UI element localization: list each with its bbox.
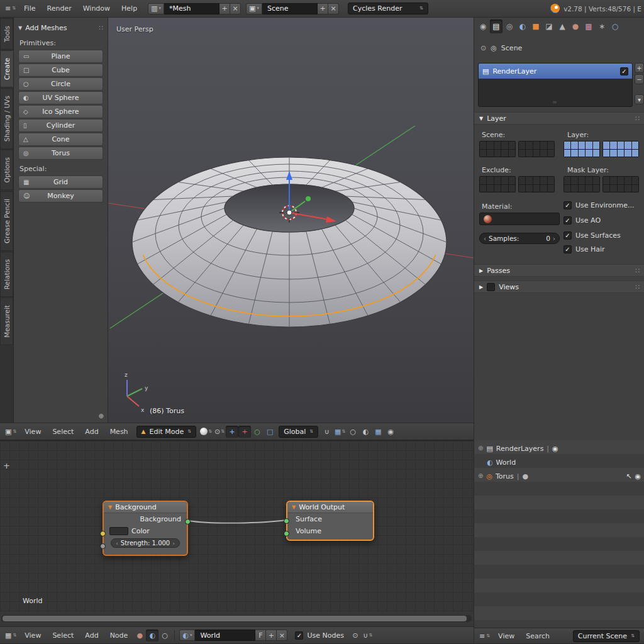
tab-object-data[interactable]: ▲ — [556, 19, 569, 33]
use-ao-checkbox[interactable]: ✓ Use AO — [564, 216, 601, 225]
tab-material[interactable]: ● — [569, 19, 582, 33]
add-grid-button[interactable]: ▦ Grid — [18, 175, 103, 189]
fake-user-button[interactable]: F — [255, 630, 266, 641]
tab-particles[interactable]: ∗ — [596, 19, 608, 33]
outliner-editor-type-button[interactable]: ≡ ⇅ — [477, 630, 492, 642]
node-collapse-icon[interactable]: ▼ — [108, 504, 112, 510]
panel-menu-icon[interactable]: ∷ — [99, 24, 103, 32]
add-torus-button[interactable]: ◎ Torus — [18, 147, 103, 160]
volume-input-socket[interactable] — [284, 531, 289, 536]
menu-view[interactable]: View — [19, 631, 47, 640]
mode-select[interactable]: ▲ Edit Mode ⇅ — [136, 426, 197, 438]
stepper-right-icon[interactable]: › — [553, 235, 555, 242]
panel-menu-icon[interactable]: ∷ — [635, 114, 640, 123]
tab-world[interactable]: ◐ — [516, 19, 529, 33]
snap-magnet-button[interactable]: ∪ — [321, 426, 333, 438]
list-filter-button[interactable]: ▾ — [635, 94, 644, 104]
proportional-edit-button[interactable]: ○ — [347, 426, 359, 438]
item-label[interactable]: RenderLayers — [496, 445, 544, 453]
outliner-item-world[interactable]: ◐ World — [474, 455, 644, 469]
background-node[interactable]: ▼ Background Background Color ‹ Strength… — [103, 501, 188, 556]
menu-view[interactable]: View — [19, 428, 47, 436]
tab-physics[interactable]: ○ — [609, 19, 621, 33]
manipulator-translate-button[interactable]: + — [238, 426, 251, 438]
add-monkey-button[interactable]: ☺ Monkey — [18, 189, 103, 203]
shader-world-button[interactable]: ◐ — [146, 630, 158, 641]
mask-layers-grid-b[interactable] — [602, 176, 639, 192]
outliner-item-renderlayers[interactable]: ⊕ ▤ RenderLayers | ◉ — [474, 441, 644, 455]
expand-icon[interactable]: ⊕ — [478, 445, 483, 452]
add-cylinder-button[interactable]: ▯ Cylinder — [18, 119, 103, 132]
passes-panel-header[interactable]: ▶ Passes ∷ — [474, 264, 644, 277]
mask-layers-grid-a[interactable] — [564, 176, 600, 192]
exclude-layers-grid-a[interactable] — [479, 176, 516, 192]
screen-close-button[interactable]: × — [230, 3, 241, 14]
render-layers-list[interactable]: ▤ RenderLayer ✓ = — [478, 63, 633, 107]
add-circle-button[interactable]: ○ Circle — [18, 77, 103, 91]
screen-add-button[interactable]: + — [219, 3, 230, 14]
menu-mesh[interactable]: Mesh — [104, 428, 134, 436]
remove-render-layer-button[interactable]: − — [635, 74, 644, 84]
use-hair-checkbox[interactable]: ✓ Use Hair — [564, 245, 605, 253]
tab-measureit[interactable]: Measureit — [0, 297, 13, 345]
menu-file[interactable]: File — [18, 4, 41, 13]
outliner-item-torus[interactable]: ⊕ ◎ Torus | ● ↖ ◉ — [474, 469, 644, 483]
shader-object-button[interactable]: ● — [133, 630, 146, 641]
use-environment-checkbox[interactable]: ✓ Use Environme... — [564, 201, 635, 209]
item-label[interactable]: World — [496, 458, 516, 467]
opengl-render-button[interactable]: ▦ — [372, 426, 384, 438]
exclude-layers-grid-b[interactable] — [518, 176, 555, 192]
add-meshes-panel-header[interactable]: ▼ Add Meshes ∷ — [16, 21, 105, 34]
layer-layers-grid-b[interactable] — [602, 141, 639, 157]
transform-orientation-select[interactable]: Global ⇅ — [279, 426, 318, 438]
menu-help[interactable]: Help — [116, 4, 143, 13]
view3d-editor-type-button[interactable]: ▣ ⇅ — [3, 425, 19, 438]
world-close-button[interactable]: × — [277, 630, 287, 641]
color-swatch[interactable] — [109, 527, 128, 535]
render-layer-name[interactable]: RenderLayer — [492, 67, 536, 75]
menu-add[interactable]: Add — [79, 631, 104, 640]
menu-add[interactable]: Add — [79, 428, 104, 436]
menu-window[interactable]: Window — [77, 4, 116, 13]
panel-menu-icon[interactable]: ∷ — [635, 267, 640, 275]
scene-layers-grid-b[interactable] — [518, 141, 555, 157]
use-nodes-checkbox[interactable]: ✓ Use Nodes — [295, 631, 344, 640]
tab-modifiers[interactable]: ◪ — [543, 19, 555, 33]
opengl-render-anim-button[interactable]: ◉ — [384, 426, 397, 438]
views-enable-checkbox[interactable] — [487, 283, 495, 291]
material-override-field[interactable] — [479, 213, 560, 225]
layer-panel-header[interactable]: ▼ Layer ∷ — [474, 112, 644, 125]
menu-select[interactable]: Select — [47, 631, 79, 640]
menu-render[interactable]: Render — [42, 4, 77, 13]
tab-tools[interactable]: Tools — [0, 18, 13, 50]
scene-close-button[interactable]: × — [328, 3, 339, 14]
tab-relations[interactable]: Relations — [0, 252, 13, 297]
background-output-socket[interactable] — [185, 519, 191, 525]
node-editor-type-button[interactable]: ▦ ⇅ — [3, 629, 19, 641]
tab-options[interactable]: Options — [0, 150, 13, 191]
strength-input-socket[interactable] — [100, 543, 106, 549]
viewport-shading-button[interactable]: ⇅ — [199, 426, 213, 438]
background-node-header[interactable]: ▼ Background — [104, 502, 187, 513]
menu-view[interactable]: View — [492, 632, 520, 640]
restrict-select-icon[interactable]: ↖ — [626, 473, 631, 480]
tab-object[interactable]: ■ — [530, 19, 542, 33]
menu-select[interactable]: Select — [47, 428, 79, 436]
breadcrumb-scene-label[interactable]: Scene — [501, 44, 523, 52]
add-cone-button[interactable]: △ Cone — [18, 133, 103, 146]
views-panel-header[interactable]: ▶ Views ∷ — [474, 280, 644, 293]
pivot-point-button[interactable]: ⊙ ⇅ — [213, 426, 226, 438]
outliner-display-mode-select[interactable]: Current Scene ⇅ — [573, 630, 640, 642]
world-browse-button[interactable]: ◐ ▾ — [179, 630, 195, 641]
tab-render-layers[interactable]: ▤ — [490, 19, 502, 33]
tab-scene[interactable]: ◎ — [503, 19, 516, 33]
manipulator-rotate-button[interactable]: ○ — [251, 426, 264, 438]
node-snap-button[interactable]: ∪ ⇅ — [362, 630, 374, 641]
screen-name-field[interactable]: *Mesh — [164, 3, 219, 14]
region-resize-icon[interactable]: ⊕ — [99, 413, 104, 419]
add-uv-sphere-button[interactable]: ◐ UV Sphere — [18, 91, 103, 104]
tab-grease-pencil[interactable]: Grease Pencil — [0, 191, 13, 251]
scene-name-field[interactable]: Scene — [262, 3, 318, 14]
snap-element-button[interactable]: ▦ ⇅ — [333, 426, 347, 438]
scene-browse-button[interactable]: ▣ ▾ — [246, 3, 262, 14]
